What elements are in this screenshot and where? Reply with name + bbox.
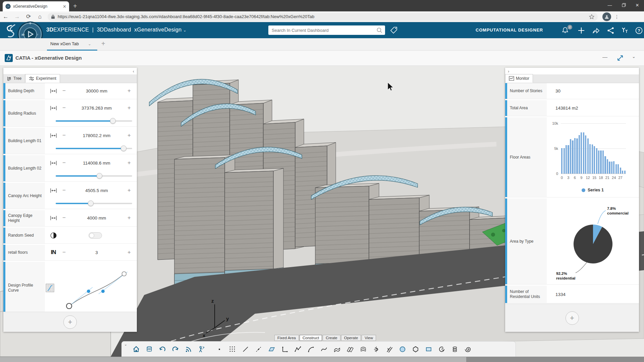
community-icon[interactable] xyxy=(621,26,629,35)
panel-collapse-right-icon[interactable]: › xyxy=(508,69,509,74)
toolbar-collapse-icon[interactable]: ⌄ xyxy=(124,342,127,347)
parameter-slider[interactable] xyxy=(56,148,132,149)
window-minimize-button[interactable]: — xyxy=(603,0,616,10)
home-icon[interactable] xyxy=(132,345,141,354)
tab-close-icon[interactable]: ✕ xyxy=(63,4,66,9)
design-profile-curve-editor[interactable] xyxy=(55,263,134,313)
robot-icon[interactable] xyxy=(197,345,206,354)
axis-system-icon[interactable] xyxy=(280,345,289,354)
plane-icon[interactable] xyxy=(267,345,276,354)
share-network-icon[interactable] xyxy=(606,26,615,35)
dashboard-tab-chevron-icon[interactable]: ⌄ xyxy=(88,42,91,46)
intersect-surface-icon[interactable] xyxy=(346,345,355,354)
increment-button[interactable]: + xyxy=(125,87,133,94)
app-minimize-icon[interactable]: — xyxy=(602,54,607,60)
spline-icon[interactable] xyxy=(320,345,328,354)
bookmark-star-icon[interactable] xyxy=(589,14,594,19)
tab-monitor[interactable]: Monitor xyxy=(505,74,533,83)
search-input[interactable] xyxy=(271,27,376,33)
increment-button[interactable]: + xyxy=(125,215,133,221)
redo-icon[interactable] xyxy=(171,345,180,354)
parameter-slider[interactable] xyxy=(56,175,132,177)
circle-icon[interactable] xyxy=(398,345,407,354)
parameter-value[interactable]: 3 xyxy=(70,250,123,255)
increment-button[interactable]: + xyxy=(125,105,133,111)
curve-endpoint[interactable] xyxy=(122,272,126,276)
forward-button[interactable]: → xyxy=(11,13,23,20)
ribbon-tab-operate[interactable]: Operate xyxy=(341,335,361,341)
decrement-button[interactable]: − xyxy=(60,105,68,111)
window-close-button[interactable]: ✕ xyxy=(631,0,644,10)
parameter-value[interactable]: 30000 mm xyxy=(70,88,123,94)
helix-icon[interactable] xyxy=(450,345,459,354)
decrement-button[interactable]: − xyxy=(60,160,68,166)
parameter-value[interactable]: 4505.5 mm xyxy=(70,188,123,193)
ribbon-tab-fixed-area[interactable]: Fixed Area xyxy=(274,335,299,341)
curve-endpoint[interactable] xyxy=(66,303,72,309)
tab-tree[interactable]: Tree xyxy=(3,74,25,83)
revolve-surface-icon[interactable] xyxy=(372,345,381,354)
undo-icon[interactable] xyxy=(158,345,167,354)
search-icon[interactable] xyxy=(376,27,382,33)
increment-button[interactable]: + xyxy=(125,132,133,139)
ribbon-tab-construct[interactable]: Construct xyxy=(300,335,322,341)
share-forward-icon[interactable] xyxy=(592,26,600,35)
add-dashboard-tab-button[interactable]: + xyxy=(101,40,105,48)
platform-title[interactable]: 3DEXPERIENCE | 3DDashboard xGenerativeDe… xyxy=(46,27,186,33)
torus-icon[interactable] xyxy=(437,345,446,354)
increment-button[interactable]: + xyxy=(125,249,133,256)
polyline-icon[interactable] xyxy=(293,345,302,354)
publish-icon[interactable] xyxy=(184,345,193,354)
increment-button[interactable]: + xyxy=(125,187,133,194)
new-tab-button[interactable]: + xyxy=(73,3,77,9)
address-bar[interactable]: https://euw1-21qna11004-ifwe.3dx-staging… xyxy=(48,13,598,21)
spiral-icon[interactable] xyxy=(464,345,472,354)
data-sources-icon[interactable] xyxy=(145,345,154,354)
parameter-value[interactable]: 114008.6 mm xyxy=(70,161,123,166)
browser-tab[interactable]: xGenerativeDesign ✕ xyxy=(3,1,69,11)
ribbon-tab-create[interactable]: Create xyxy=(323,335,340,341)
parameter-slider[interactable] xyxy=(56,120,132,122)
parameter-value[interactable]: 37376.263 mm xyxy=(70,106,123,111)
add-content-icon[interactable] xyxy=(577,26,586,35)
rectangle-icon[interactable] xyxy=(424,345,433,354)
add-monitor-button[interactable]: + xyxy=(566,311,579,325)
sweep-surface-icon[interactable] xyxy=(333,345,341,354)
dashboard-tab[interactable]: New xGen Tab xyxy=(50,41,79,46)
point-icon[interactable] xyxy=(215,345,224,354)
panel-collapse-left-icon[interactable]: ‹ xyxy=(133,69,134,74)
decrement-button[interactable]: − xyxy=(60,87,68,94)
decrement-button[interactable]: − xyxy=(60,187,68,194)
curve-control-point[interactable] xyxy=(87,290,90,293)
offset-curve-icon[interactable] xyxy=(385,345,394,354)
decrement-button[interactable]: − xyxy=(60,215,68,221)
help-icon[interactable]: ? xyxy=(635,26,643,35)
ribbon-tab-view[interactable]: View xyxy=(362,335,376,341)
reload-button[interactable]: ⟳ xyxy=(23,13,34,20)
line-icon[interactable] xyxy=(241,345,250,354)
curve-control-point[interactable] xyxy=(101,290,105,293)
window-restore-button[interactable] xyxy=(617,0,631,10)
app-expand-icon[interactable] xyxy=(616,54,624,62)
decrement-button[interactable]: − xyxy=(60,249,68,256)
curve-thumbnail-icon[interactable] xyxy=(45,284,55,292)
arc-icon[interactable] xyxy=(307,345,315,354)
back-button[interactable]: ← xyxy=(0,13,11,20)
random-seed-toggle[interactable] xyxy=(89,232,102,239)
tag-icon[interactable] xyxy=(390,26,398,35)
app-collapse-chevron-icon[interactable]: ⌄ xyxy=(632,54,636,59)
add-parameter-button[interactable]: + xyxy=(63,315,77,329)
parameter-value[interactable]: 178002.2 mm xyxy=(70,133,123,138)
browser-menu-icon[interactable]: ⋮ xyxy=(611,14,623,19)
point-grid-icon[interactable] xyxy=(228,345,237,354)
loft-surface-icon[interactable] xyxy=(359,345,368,354)
context-chevron-icon[interactable]: ⌄ xyxy=(183,28,186,32)
dashboard-search[interactable] xyxy=(268,25,385,35)
polygon-icon[interactable] xyxy=(411,345,420,354)
parameter-value[interactable]: 4000 mm xyxy=(70,216,123,221)
construction-line-icon[interactable] xyxy=(254,345,263,354)
browser-avatar[interactable] xyxy=(602,12,611,21)
home-button[interactable]: ⌂ xyxy=(34,13,46,20)
parameter-slider[interactable] xyxy=(56,203,132,204)
tab-experiment[interactable]: Experiment xyxy=(25,74,60,83)
